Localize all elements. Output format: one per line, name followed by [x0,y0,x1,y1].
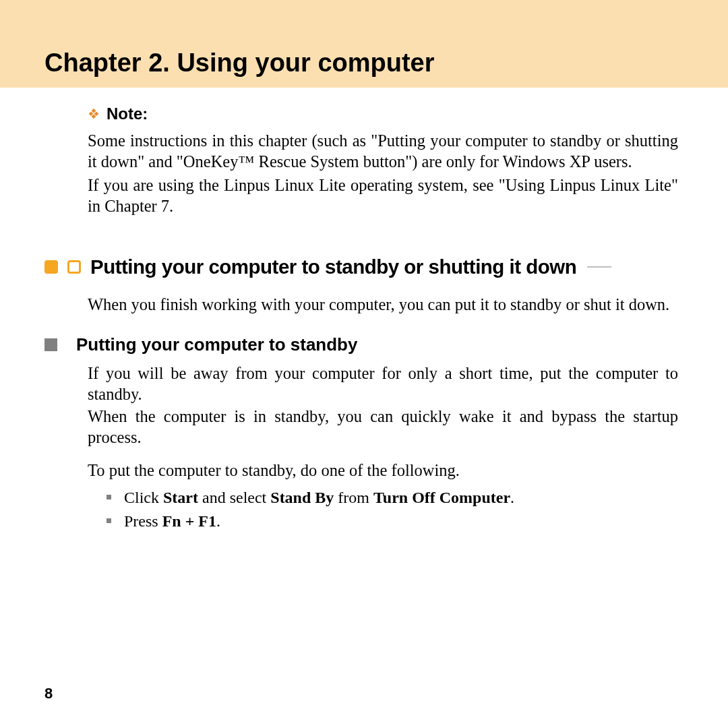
list-item: Click Start and select Stand By from Tur… [107,487,678,510]
subsection-bullet-icon [44,338,57,351]
note-paragraph-1: Some instructions in this chapter (such … [88,130,678,173]
list-item: Press Fn + F1. [107,510,678,533]
section-bullet-outline-icon [67,260,81,274]
bullet-text: . [510,489,514,506]
bold-fnf1: Fn + F1 [162,512,216,530]
section-intro: When you finish working with your comput… [88,295,678,315]
subsection-para-3: To put the computer to standby, do one o… [88,460,678,481]
note-bullet-icon: ❖ [88,107,98,121]
page-number: 8 [44,685,53,702]
bullet-text: Press [124,512,162,530]
subsection-para-2: When the computer is in standby, you can… [88,406,678,448]
bold-start: Start [163,489,198,506]
bold-turnoff: Turn Off Computer [373,489,510,506]
subsection-para-1: If you will be away from your computer f… [88,363,678,405]
section-heading-row: Putting your computer to standby or shut… [44,255,678,278]
section-bullet-solid-icon [44,260,58,274]
note-label: Note: [107,104,148,123]
note-header: ❖ Note: [88,104,678,123]
subsection-heading-row: Putting your computer to standby [44,334,678,355]
bullet-list: Click Start and select Stand By from Tur… [88,487,678,533]
chapter-title: Chapter 2. Using your computer [44,49,435,78]
bullet-text: Click [124,489,163,506]
note-paragraph-2: If you are using the Linpus Linux Lite o… [88,175,678,217]
bullet-text: from [334,489,373,506]
section-title: Putting your computer to standby or shut… [90,255,576,278]
section-rule-icon [587,266,611,268]
bullet-text: and select [198,489,270,506]
bold-standby: Stand By [270,489,334,506]
content-area: ❖ Note: Some instructions in this chapte… [88,104,678,535]
subsection-title: Putting your computer to standby [76,334,357,355]
bullet-text: . [216,512,220,530]
